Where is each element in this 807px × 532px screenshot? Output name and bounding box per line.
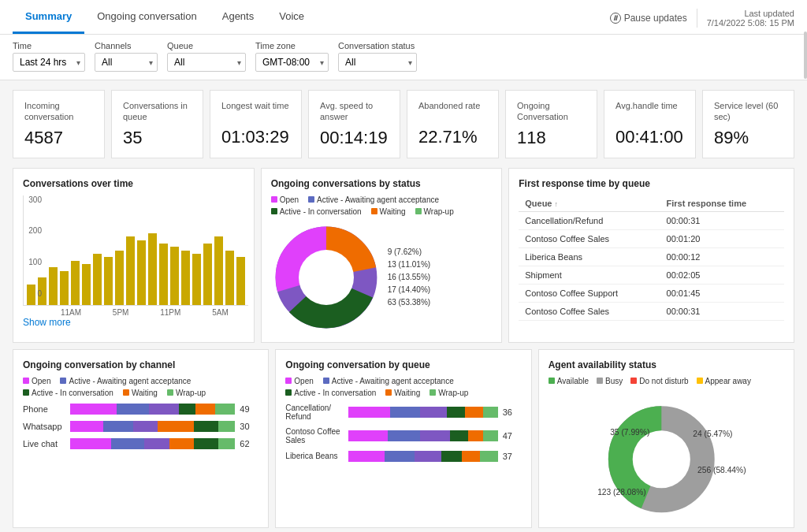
queue-name: Contoso Coffee Sales bbox=[519, 229, 660, 247]
segment bbox=[133, 421, 158, 432]
conversation-status-select[interactable]: All bbox=[338, 53, 417, 72]
legend-label: Open bbox=[280, 195, 299, 204]
donut-svg bbox=[271, 222, 381, 333]
kpi-card-2: Longest wait time 01:03:29 bbox=[210, 90, 302, 158]
kpi-title-4: Abandoned rate bbox=[418, 100, 487, 122]
table-row: Contoso Coffee Sales00:00:31 bbox=[519, 302, 784, 320]
segment bbox=[465, 407, 483, 418]
segment bbox=[215, 404, 235, 415]
pause-updates-label: Pause updates bbox=[624, 13, 687, 24]
ongoing-by-channel-title: Ongoing conversation by channel bbox=[23, 359, 258, 370]
y-axis: 300 200 100 0 bbox=[23, 195, 45, 298]
queue-name: Contoso Coffee Sales bbox=[285, 427, 348, 445]
legend-dot bbox=[371, 208, 377, 214]
kpi-card-3: Avg. speed to answer 00:14:19 bbox=[308, 90, 400, 158]
legend-label: Do not disturb bbox=[639, 377, 688, 385]
queue-filter-label: Queue bbox=[167, 41, 246, 50]
legend-dot bbox=[385, 389, 392, 396]
kpi-value-3: 00:14:19 bbox=[320, 128, 389, 148]
legend-dot bbox=[430, 389, 436, 396]
queue-legend-item: Active - Awaiting agent acceptance bbox=[323, 377, 454, 385]
kpi-card-4: Abandoned rate 22.71% bbox=[407, 90, 499, 158]
kpi-value-2: 01:03:29 bbox=[221, 127, 290, 147]
channel-value: 49 bbox=[240, 404, 258, 414]
tab-summary[interactable]: Summary bbox=[13, 0, 84, 34]
x-axis-labels: 11AM 5PM 11PM 5AM bbox=[23, 308, 244, 317]
segment bbox=[194, 438, 218, 449]
segment bbox=[415, 451, 441, 462]
last-updated-value: 7/14/2022 5:08: 15 PM bbox=[707, 18, 794, 28]
avail-legend-item: Busy bbox=[597, 377, 623, 385]
conversations-over-time-title: Conversations over time bbox=[23, 178, 244, 189]
channel-legend-item: Open bbox=[23, 377, 50, 385]
legend-dot bbox=[323, 378, 329, 384]
segment bbox=[70, 404, 117, 415]
channels-filter-select[interactable]: All bbox=[95, 53, 158, 72]
bar-3 bbox=[60, 271, 69, 305]
avail-label-2: 256 (58.44%) bbox=[697, 465, 746, 474]
first-response-table-scroll[interactable]: Queue ↑ First response time Cancellation… bbox=[519, 195, 784, 321]
channel-value: 62 bbox=[240, 439, 258, 448]
segment bbox=[179, 404, 195, 415]
segment bbox=[194, 421, 218, 432]
tab-voice[interactable]: Voice bbox=[266, 0, 317, 34]
kpi-card-5: Ongoing Conversation 118 bbox=[505, 90, 597, 158]
agent-donut-svg: 24 (5.47%) 256 (58.44%) 123 (28.08%) 35 … bbox=[579, 392, 753, 518]
legend-dot bbox=[60, 378, 66, 384]
segment bbox=[388, 430, 421, 441]
scrollbar[interactable] bbox=[804, 32, 807, 79]
x-label-11pm: 11PM bbox=[160, 308, 180, 317]
segment bbox=[462, 451, 480, 462]
stacked-bar bbox=[348, 430, 497, 441]
show-more-link[interactable]: Show more bbox=[23, 317, 71, 328]
segment bbox=[483, 407, 498, 418]
last-updated-label: Last updated bbox=[707, 9, 794, 18]
legend-label: Wrap-up bbox=[424, 207, 454, 216]
timezone-filter-select[interactable]: GMT-08:00 bbox=[255, 53, 329, 72]
segment bbox=[70, 421, 103, 432]
queue-filter: Queue All bbox=[167, 41, 246, 72]
channel-legend-item: Active - In conversation bbox=[23, 389, 113, 397]
queue-bar-row: Contoso Coffee Sales 47 bbox=[285, 427, 521, 445]
queue-filter-select[interactable]: All bbox=[167, 53, 246, 72]
bar-13 bbox=[170, 247, 179, 305]
legend-dot bbox=[308, 196, 314, 203]
bar-8 bbox=[115, 251, 124, 305]
bar-9 bbox=[126, 236, 135, 305]
legend-item: Open bbox=[271, 195, 299, 204]
legend-item: Wrap-up bbox=[415, 207, 454, 216]
time-filter: Time Last 24 hrs bbox=[13, 41, 85, 72]
time-filter-label: Time bbox=[13, 41, 85, 50]
legend-label: Active - In conversation bbox=[280, 207, 362, 216]
kpi-title-5: Ongoing Conversation bbox=[517, 100, 586, 123]
queue-col-header[interactable]: Queue ↑ bbox=[519, 195, 660, 212]
channel-value: 30 bbox=[240, 422, 258, 431]
kpi-card-0: Incoming conversation 4587 bbox=[13, 90, 105, 158]
donut-area: 9 (7.62%) 13 (11.01%) 16 (13.55%) 17 (14… bbox=[271, 222, 493, 333]
time-filter-select[interactable]: Last 24 hrs bbox=[13, 53, 85, 72]
tab-agents[interactable]: Agents bbox=[210, 0, 266, 34]
y-label-300: 300 bbox=[23, 195, 42, 204]
segment bbox=[218, 438, 235, 449]
legend-label: Active - In conversation bbox=[32, 389, 113, 397]
legend-label: Busy bbox=[605, 377, 623, 385]
channel-legend-item: Waiting bbox=[123, 389, 158, 397]
ongoing-by-channel-card: Ongoing conversation by channel OpenActi… bbox=[13, 349, 269, 528]
channel-name: Whatsapp bbox=[23, 422, 70, 431]
tab-ongoing-conversation[interactable]: Ongoing conversation bbox=[84, 0, 209, 34]
bars-container bbox=[23, 195, 248, 306]
channels-filter: Channels All bbox=[95, 41, 158, 72]
bar-chart: 300 200 100 0 11AM 5PM 11PM 5AM bbox=[23, 195, 244, 314]
segment bbox=[385, 451, 415, 462]
donut-label-2: 13 (11.01%) bbox=[388, 260, 430, 269]
segment bbox=[348, 430, 387, 441]
stacked-bar bbox=[70, 421, 235, 432]
conversations-over-time-card: Conversations over time 300 200 100 0 11… bbox=[13, 168, 255, 343]
stacked-bar bbox=[348, 451, 497, 462]
channel-name: Phone bbox=[23, 404, 70, 414]
bar-12 bbox=[159, 244, 168, 305]
kpi-title-6: Avg.handle time bbox=[615, 100, 684, 122]
legend-dot bbox=[285, 378, 292, 384]
pause-updates-button[interactable]: ⏸ Pause updates bbox=[610, 13, 687, 24]
avail-label-1: 24 (5.47%) bbox=[694, 430, 733, 438]
